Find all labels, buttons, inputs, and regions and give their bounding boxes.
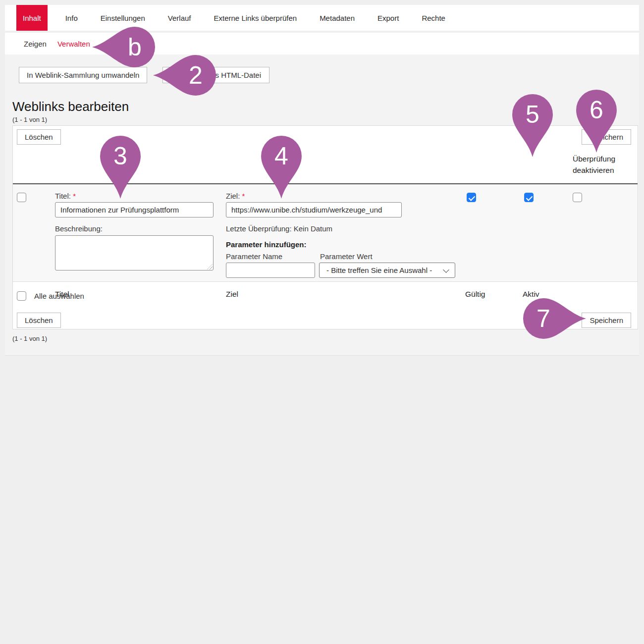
gueltig-checkbox[interactable]	[467, 193, 476, 202]
subtab-zeigen[interactable]: Zeigen	[24, 40, 47, 48]
delete-button-top[interactable]: Löschen	[17, 129, 61, 145]
column-header-ueberpruefung-deaktivieren: Überprüfung deaktivieren	[573, 153, 635, 176]
page: InhaltInfoEinstellungenVerlaufExterne Li…	[0, 0, 644, 644]
beschreibung-label: Beschreibung:	[55, 224, 103, 233]
annotation-pin-3	[100, 136, 141, 199]
ziel-label: Ziel: *	[226, 192, 245, 200]
annotation-pin-4	[261, 136, 302, 199]
parameter-wert-select[interactable]: - Bitte treffen Sie eine Auswahl -	[319, 263, 455, 278]
tab-metadaten[interactable]: Metadaten	[315, 5, 360, 31]
annotation-pin-2	[153, 55, 216, 96]
letzte-ueberpruefung-text: Letzte Überprüfung: Kein Datum	[226, 224, 332, 233]
result-range-bottom: (1 - 1 von 1)	[12, 335, 47, 342]
aktiv-checkbox[interactable]	[524, 193, 534, 202]
annotation-pin-7	[523, 298, 586, 339]
column-header-gueltig: Gültig	[465, 290, 485, 299]
ziel-input[interactable]	[226, 202, 402, 217]
select-all-checkbox[interactable]	[17, 291, 26, 301]
row-select-checkbox[interactable]	[17, 193, 26, 202]
column-header-ziel: Ziel	[226, 290, 238, 299]
tab-export[interactable]: Export	[373, 5, 404, 31]
beschreibung-textarea[interactable]	[55, 235, 214, 270]
annotation-pin-5	[512, 94, 553, 157]
save-button-bottom[interactable]: Speichern	[582, 313, 631, 328]
result-range-top: (1 - 1 von 1)	[12, 116, 47, 123]
chevron-down-icon	[443, 267, 449, 273]
delete-button-bottom[interactable]: Löschen	[17, 313, 61, 328]
parameter-wert-selected-option: - Bitte treffen Sie eine Auswahl -	[326, 266, 432, 274]
titel-label: Titel: *	[55, 192, 76, 200]
tab-rechte[interactable]: Rechte	[417, 5, 450, 31]
annotation-pin-b	[92, 27, 155, 67]
parameter-name-input[interactable]	[226, 263, 315, 278]
required-asterisk: *	[73, 192, 76, 200]
ueberpruefung-deaktivieren-checkbox[interactable]	[573, 193, 582, 202]
tab-inhalt[interactable]: Inhalt	[16, 5, 48, 31]
page-title: Weblinks bearbeiten	[12, 99, 129, 114]
tab-externe-links-uberprufen[interactable]: Externe Links überprüfen	[209, 5, 302, 31]
select-all-label: Alle auswählen	[34, 292, 84, 300]
tab-info[interactable]: Info	[60, 5, 83, 31]
tab-verlauf[interactable]: Verlauf	[163, 5, 196, 31]
parameter-hinzufuegen-heading: Parameter hinzufügen:	[226, 240, 307, 249]
annotation-pin-6	[576, 90, 617, 153]
column-header-aktiv: Aktiv	[523, 290, 539, 299]
parameter-name-label: Parameter Name	[226, 252, 282, 261]
parameter-wert-label: Parameter Wert	[320, 252, 373, 261]
subtab-verwalten[interactable]: Verwalten	[57, 40, 90, 48]
convert-to-weblink-collection-button[interactable]: In Weblink-Sammlung umwandeln	[19, 67, 147, 83]
required-asterisk: *	[242, 192, 245, 200]
titel-input[interactable]	[55, 202, 214, 217]
